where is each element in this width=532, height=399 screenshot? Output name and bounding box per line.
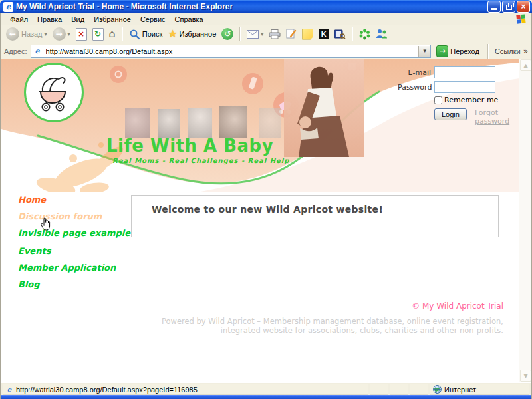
menu-bar: Файл Правка Вид Избранное Сервис Справка bbox=[1, 13, 531, 25]
print-button[interactable] bbox=[267, 28, 283, 41]
site-tagline: Real Moms - Real Challenges - Real Help bbox=[112, 157, 289, 164]
baby-photo bbox=[125, 108, 150, 138]
go-button[interactable]: → Переход bbox=[434, 45, 481, 58]
security-zone-panel: Интернет bbox=[430, 384, 529, 395]
back-button[interactable]: ← Назад ▾ bbox=[4, 26, 49, 42]
dictionary-button[interactable] bbox=[332, 27, 348, 41]
dictionary-book-icon bbox=[334, 29, 346, 39]
search-icon bbox=[129, 29, 140, 40]
print-icon bbox=[269, 29, 281, 39]
password-label: Password bbox=[398, 83, 434, 92]
address-dropdown-icon[interactable]: ▼ bbox=[418, 46, 430, 57]
nav-events[interactable]: Events bbox=[18, 247, 136, 255]
email-label: E-mail bbox=[398, 68, 434, 77]
nav-blog[interactable]: Blog bbox=[18, 280, 136, 289]
favorites-button[interactable]: ★ Избранное bbox=[166, 27, 218, 41]
go-arrow-icon: → bbox=[436, 45, 448, 57]
close-icon: × bbox=[521, 3, 525, 11]
back-dropdown-icon[interactable]: ▾ bbox=[45, 31, 47, 37]
forgot-password-link[interactable]: Forgot password bbox=[475, 108, 511, 126]
address-combo[interactable]: e ▼ bbox=[31, 45, 432, 58]
nav-member-application[interactable]: Member Application bbox=[18, 263, 136, 272]
close-button[interactable]: × bbox=[517, 1, 530, 13]
baby-photo bbox=[188, 108, 212, 138]
copyright-text: © My Wild Apricot Trial bbox=[412, 301, 503, 311]
password-field[interactable] bbox=[434, 81, 495, 93]
minimize-button[interactable] bbox=[487, 1, 501, 13]
remember-me-checkbox[interactable] bbox=[434, 96, 442, 104]
menu-file[interactable]: Файл bbox=[5, 15, 33, 24]
minimize-icon bbox=[491, 8, 497, 10]
icq-button[interactable] bbox=[357, 27, 372, 41]
stop-icon: × bbox=[76, 28, 87, 41]
stop-button[interactable]: × bbox=[74, 27, 89, 42]
mail-button[interactable]: ▾ bbox=[245, 29, 265, 40]
links-bar[interactable]: Ссылки » bbox=[495, 47, 528, 56]
sticky-note-icon bbox=[302, 29, 313, 40]
forward-dropdown-icon[interactable]: ▾ bbox=[68, 31, 70, 37]
integrated-website-link[interactable]: integrated website bbox=[221, 326, 293, 335]
menu-view[interactable]: Вид bbox=[66, 15, 89, 24]
screen: { "window": { "title": "My Wild Apricot … bbox=[0, 0, 532, 399]
status-panel bbox=[410, 384, 428, 395]
search-button[interactable]: Поиск bbox=[127, 27, 164, 41]
ie-logo-icon: e bbox=[3, 2, 13, 12]
restore-icon bbox=[506, 5, 512, 10]
scroll-down-icon[interactable]: ▼ bbox=[520, 370, 531, 382]
address-label: Адрес: bbox=[4, 47, 27, 55]
refresh-icon: ↻ bbox=[92, 28, 104, 41]
baby-photo bbox=[219, 106, 247, 138]
menu-favorites[interactable]: Избранное bbox=[89, 15, 136, 24]
messenger-button[interactable] bbox=[374, 27, 390, 41]
zone-label: Интернет bbox=[444, 386, 476, 394]
scroll-up-icon[interactable]: ▲ bbox=[520, 59, 531, 71]
menu-help[interactable]: Справка bbox=[170, 15, 208, 24]
menu-tools[interactable]: Сервис bbox=[136, 15, 170, 24]
window-border-left bbox=[0, 13, 1, 399]
site-navigation: Home Discussion forum Invisible page exa… bbox=[18, 196, 136, 297]
restore-button[interactable] bbox=[502, 1, 515, 13]
nav-invisible-page-example[interactable]: Invisible page example▸ bbox=[18, 229, 136, 239]
internet-globe-icon bbox=[433, 385, 442, 394]
window-title: My Wild Apricot Trial - Home - Microsoft… bbox=[16, 2, 486, 11]
toolbar-separator bbox=[239, 27, 241, 41]
login-button[interactable]: Login bbox=[434, 108, 467, 120]
nav-home[interactable]: Home bbox=[18, 196, 136, 204]
edit-icon bbox=[286, 29, 297, 39]
notes-button[interactable] bbox=[300, 27, 315, 41]
forward-button[interactable]: → ▾ bbox=[51, 26, 72, 42]
links-overflow-icon[interactable]: » bbox=[523, 47, 528, 56]
edit-button[interactable] bbox=[284, 27, 299, 41]
home-button[interactable]: ⌂ bbox=[107, 27, 118, 41]
toolbar-separator bbox=[122, 27, 123, 41]
status-panel bbox=[390, 384, 408, 395]
address-input[interactable] bbox=[45, 47, 419, 56]
membership-database-link[interactable]: Membership management database bbox=[263, 317, 402, 326]
menu-edit[interactable]: Правка bbox=[33, 15, 66, 24]
wild-apricot-link[interactable]: Wild Apricot bbox=[208, 317, 254, 326]
powered-by-text: Powered by Wild Apricot – Membership man… bbox=[104, 317, 503, 335]
antivirus-k-icon: K bbox=[319, 29, 329, 39]
email-field[interactable] bbox=[434, 66, 495, 78]
messenger-people-icon bbox=[376, 29, 388, 39]
status-url-panel: e http://watrial30.camp8.org/Default.asp… bbox=[3, 384, 368, 395]
mail-dropdown-icon[interactable]: ▾ bbox=[261, 31, 263, 37]
antivirus-button[interactable]: K bbox=[317, 28, 331, 41]
status-page-icon: e bbox=[5, 386, 13, 394]
site-logo[interactable] bbox=[24, 63, 84, 122]
nav-discussion-forum[interactable]: Discussion forum bbox=[18, 212, 136, 221]
associations-link[interactable]: associations bbox=[308, 326, 355, 335]
refresh-button[interactable]: ↻ bbox=[90, 27, 106, 42]
toolbar-separator bbox=[352, 27, 353, 41]
vertical-scrollbar[interactable]: ▲ ▼ bbox=[519, 59, 531, 382]
pram-logo-icon bbox=[35, 73, 73, 112]
event-registration-link[interactable]: online event registration bbox=[407, 317, 501, 326]
windows-flag-icon bbox=[516, 14, 527, 24]
status-url: http://watrial30.camp8.org/Default.aspx?… bbox=[16, 386, 198, 394]
history-button[interactable]: ↺ bbox=[219, 27, 235, 41]
title-bar: e My Wild Apricot Trial - Home - Microso… bbox=[0, 0, 532, 13]
taskbar-edge bbox=[0, 395, 532, 399]
site-title: Life With A Baby bbox=[106, 136, 273, 156]
login-form: E-mail Password Remember me Login Forgot… bbox=[398, 66, 514, 126]
welcome-heading: Welcome to our new Wild Apricot website! bbox=[132, 196, 498, 215]
